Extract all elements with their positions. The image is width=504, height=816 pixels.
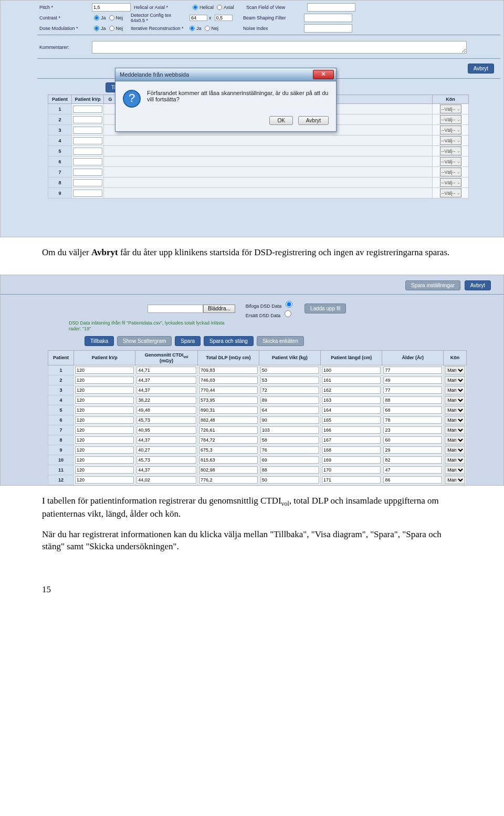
kon-select[interactable]: Man <box>445 466 465 474</box>
tillbaka2-button[interactable]: Tillbaka <box>85 336 114 346</box>
spara-button[interactable]: Spara <box>175 336 201 346</box>
alder-input[interactable] <box>383 456 442 464</box>
detector-b-input[interactable] <box>215 15 233 21</box>
ctdi-input[interactable] <box>136 456 196 464</box>
kvp-input[interactable] <box>75 367 134 374</box>
langd-input[interactable] <box>322 376 381 384</box>
kon-select[interactable]: --Välj-- <box>440 136 461 145</box>
kvp-input[interactable] <box>75 396 134 404</box>
kon-select[interactable]: Man <box>445 366 465 374</box>
kon-select[interactable]: Man <box>445 386 465 394</box>
dlp-input[interactable] <box>199 386 258 394</box>
iterrec-radio[interactable]: Ja Nej <box>187 26 240 31</box>
vikt-input[interactable] <box>260 376 319 384</box>
kvp-input[interactable] <box>73 179 102 186</box>
langd-input[interactable] <box>322 416 381 424</box>
skicka-button[interactable]: Skicka enkäten <box>257 336 304 346</box>
dlp-input[interactable] <box>199 367 258 374</box>
detector-a-input[interactable] <box>190 15 207 21</box>
alder-input[interactable] <box>383 426 442 434</box>
axial-radio[interactable] <box>217 5 222 10</box>
alder-input[interactable] <box>383 446 442 454</box>
kvp-input[interactable] <box>73 148 102 155</box>
alder-input[interactable] <box>383 406 442 414</box>
vikt-input[interactable] <box>260 426 319 434</box>
close-icon[interactable]: ✕ <box>313 70 334 79</box>
dlp-input[interactable] <box>199 466 258 474</box>
ctdi-input[interactable] <box>136 376 196 384</box>
kvp-input[interactable] <box>75 466 134 474</box>
langd-input[interactable] <box>322 436 381 444</box>
kvp-input[interactable] <box>75 406 134 414</box>
dosemod-radio[interactable]: Ja Nej <box>92 26 128 31</box>
kon-select[interactable]: Man <box>445 436 465 444</box>
kvp-input[interactable] <box>73 106 102 113</box>
kvp-input[interactable] <box>75 386 134 394</box>
noise-input[interactable] <box>304 24 352 33</box>
ctdi-input[interactable] <box>136 406 196 414</box>
sfv-input[interactable] <box>307 3 355 12</box>
beamfilter-input[interactable] <box>304 14 352 22</box>
ctdi-input[interactable] <box>136 476 196 484</box>
vikt-input[interactable] <box>260 396 319 404</box>
kvp-input[interactable] <box>75 416 134 424</box>
alder-input[interactable] <box>383 376 442 384</box>
vikt-input[interactable] <box>260 456 319 464</box>
avbryt-button[interactable]: Avbryt <box>468 64 494 74</box>
vikt-input[interactable] <box>260 476 319 484</box>
dlp-input[interactable] <box>199 396 258 404</box>
ctdi-input[interactable] <box>136 386 196 394</box>
dosemod-nej[interactable] <box>109 26 114 31</box>
kvp-input[interactable] <box>73 158 102 165</box>
kon-select[interactable]: Man <box>445 416 465 424</box>
vikt-input[interactable] <box>260 367 319 374</box>
alder-input[interactable] <box>383 436 442 444</box>
contrast-ja[interactable] <box>94 15 99 20</box>
kvp-input[interactable] <box>73 116 102 123</box>
langd-input[interactable] <box>322 386 381 394</box>
alder-input[interactable] <box>383 386 442 394</box>
langd-input[interactable] <box>322 406 381 414</box>
langd-input[interactable] <box>322 446 381 454</box>
dlp-input[interactable] <box>199 426 258 434</box>
spara-stang-button[interactable]: Spara och stäng <box>204 336 254 346</box>
alder-input[interactable] <box>383 476 442 484</box>
dlp-input[interactable] <box>199 476 258 484</box>
kon-select[interactable]: Man <box>445 476 465 484</box>
ctdi-input[interactable] <box>136 396 196 404</box>
ctdi-input[interactable] <box>136 436 196 444</box>
ctdi-input[interactable] <box>136 367 196 374</box>
dlp-input[interactable] <box>199 406 258 414</box>
kon-select[interactable]: --Välj-- <box>440 157 461 166</box>
kvp-input[interactable] <box>75 436 134 444</box>
iterrec-ja[interactable] <box>190 26 195 31</box>
dlp-input[interactable] <box>199 376 258 384</box>
modal-ok-button[interactable]: OK <box>269 116 292 125</box>
modal-cancel-button[interactable]: Avbryt <box>298 116 329 125</box>
alder-input[interactable] <box>383 367 442 374</box>
vikt-input[interactable] <box>260 436 319 444</box>
langd-input[interactable] <box>322 476 381 484</box>
kon-select[interactable]: --Välj-- <box>440 168 461 176</box>
vikt-input[interactable] <box>260 406 319 414</box>
contrast-radio[interactable]: Ja Nej <box>92 15 128 20</box>
kvp-input[interactable] <box>75 446 134 454</box>
vikt-input[interactable] <box>260 386 319 394</box>
helical-axial-radio[interactable]: Helical Axial <box>191 5 243 10</box>
ctdi-input[interactable] <box>136 426 196 434</box>
alder-input[interactable] <box>383 466 442 474</box>
avbryt2-button[interactable]: Avbryt <box>465 280 491 290</box>
kvp-input[interactable] <box>73 190 102 197</box>
ctdi-input[interactable] <box>136 446 196 454</box>
langd-input[interactable] <box>322 456 381 464</box>
iterrec-nej[interactable] <box>205 26 210 31</box>
kon-select[interactable]: --Välj-- <box>440 178 461 187</box>
langd-input[interactable] <box>322 367 381 374</box>
kvp-input[interactable] <box>75 476 134 484</box>
kon-select[interactable]: Man <box>445 406 465 414</box>
ctdi-input[interactable] <box>136 416 196 424</box>
upload-button[interactable]: Ladda upp fil <box>304 304 346 313</box>
dlp-input[interactable] <box>199 416 258 424</box>
kon-select[interactable]: --Välj-- <box>440 104 461 113</box>
dlp-input[interactable] <box>199 436 258 444</box>
